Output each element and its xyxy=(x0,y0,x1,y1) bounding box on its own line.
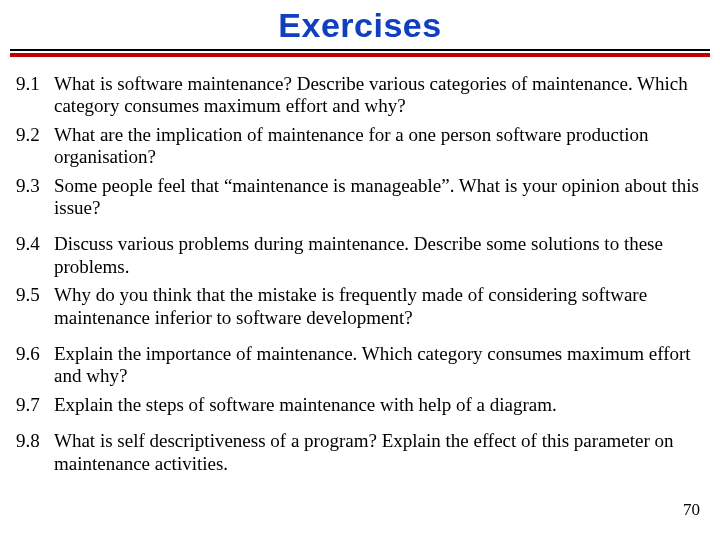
item-text: What are the implication of maintenance … xyxy=(54,124,704,169)
item-number: 9.4 xyxy=(16,233,54,278)
item-text: Explain the importance of maintenance. W… xyxy=(54,343,704,388)
page-title: Exercises xyxy=(0,0,720,49)
item-text: Some people feel that “maintenance is ma… xyxy=(54,175,704,220)
item-text: Explain the steps of software maintenanc… xyxy=(54,394,704,416)
item-number: 9.6 xyxy=(16,343,54,388)
list-item: 9.1 What is software maintenance? Descri… xyxy=(16,73,704,118)
item-number: 9.8 xyxy=(16,430,54,475)
list-item: 9.4 Discuss various problems during main… xyxy=(16,233,704,278)
content-area: 9.1 What is software maintenance? Descri… xyxy=(0,59,720,475)
page-number: 70 xyxy=(683,500,700,520)
rule-top xyxy=(10,49,710,51)
list-item: 9.3 Some people feel that “maintenance i… xyxy=(16,175,704,220)
list-item: 9.8 What is self descriptiveness of a pr… xyxy=(16,430,704,475)
list-item: 9.6 Explain the importance of maintenanc… xyxy=(16,343,704,388)
item-text: What is self descriptiveness of a progra… xyxy=(54,430,704,475)
item-number: 9.1 xyxy=(16,73,54,118)
item-number: 9.3 xyxy=(16,175,54,220)
item-number: 9.2 xyxy=(16,124,54,169)
list-item: 9.2 What are the implication of maintena… xyxy=(16,124,704,169)
rule-red xyxy=(10,53,710,57)
item-number: 9.7 xyxy=(16,394,54,416)
item-text: Discuss various problems during maintena… xyxy=(54,233,704,278)
item-text: Why do you think that the mistake is fre… xyxy=(54,284,704,329)
list-item: 9.5 Why do you think that the mistake is… xyxy=(16,284,704,329)
list-item: 9.7 Explain the steps of software mainte… xyxy=(16,394,704,416)
item-text: What is software maintenance? Describe v… xyxy=(54,73,704,118)
item-number: 9.5 xyxy=(16,284,54,329)
